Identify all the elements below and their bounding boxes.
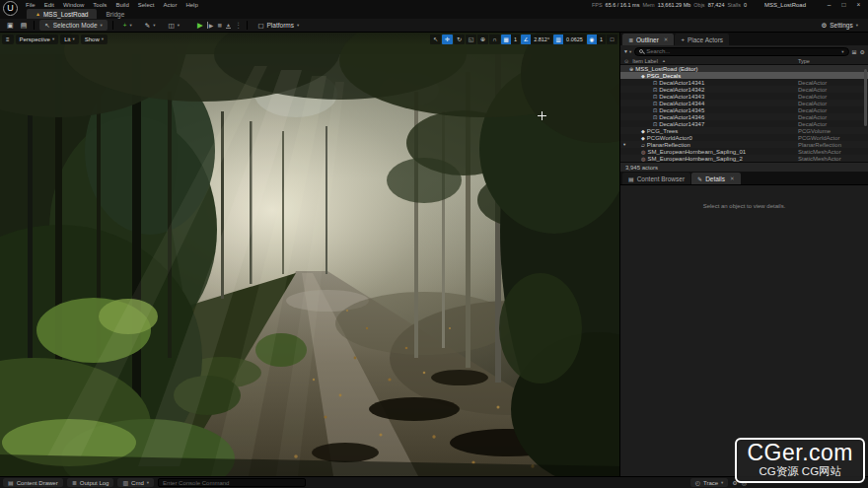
details-icon: ✎ bbox=[697, 175, 702, 182]
tab-content-browser[interactable]: ▤ Content Browser bbox=[622, 173, 690, 184]
column-type[interactable]: Type bbox=[798, 58, 810, 64]
maximize-button[interactable]: □ bbox=[836, 1, 851, 8]
quick-add-dropdown[interactable]: + ▾ bbox=[118, 20, 137, 31]
platforms-dropdown[interactable]: ▢ Platforms ▾ bbox=[253, 20, 304, 31]
stop-button[interactable]: ■ bbox=[217, 21, 222, 30]
close-icon[interactable]: ✕ bbox=[664, 36, 669, 42]
mem-label: Mem bbox=[642, 2, 654, 8]
selection-mode-dropdown[interactable]: ↖ Selection Mode ▾ bbox=[39, 20, 108, 31]
package-button[interactable]: ▤ bbox=[19, 22, 30, 30]
outliner-row-selected[interactable]: ◆ PSG_Decals bbox=[620, 72, 868, 79]
cmd-label: Cmd bbox=[131, 480, 144, 486]
rotation-snap-control[interactable]: ∠ 2.812° bbox=[521, 35, 552, 44]
outliner-row[interactable]: ⊡ DecalActor14343 DecalActor bbox=[620, 93, 868, 100]
outliner-searchbox[interactable]: ▾ bbox=[634, 47, 848, 56]
outliner-row[interactable]: ⊡ DecalActor14342 DecalActor bbox=[620, 86, 868, 93]
row-label: MSS_LostRoad (Editor) bbox=[635, 66, 697, 72]
outliner-row[interactable]: ⊡ DecalActor14341 DecalActor bbox=[620, 79, 868, 86]
row-type: DecalActor bbox=[798, 114, 827, 120]
objs-label: Objs bbox=[693, 2, 704, 8]
chevron-down-icon: ▾ bbox=[147, 480, 149, 485]
perspective-dropdown[interactable]: Perspective ▾ bbox=[16, 35, 59, 44]
outliner-row[interactable]: ⊕ MSS_LostRoad (Editor) bbox=[620, 65, 868, 72]
cinematics-dropdown[interactable]: ◫ ▾ bbox=[164, 20, 184, 31]
output-log-button[interactable]: ≣ Output Log bbox=[67, 478, 114, 487]
cmd-icon: ▥ bbox=[122, 479, 128, 486]
scale-tool-button[interactable]: ◱ bbox=[466, 35, 476, 44]
eject-button[interactable]: ▲ bbox=[226, 23, 231, 29]
reflection-icon: ▱ bbox=[641, 142, 645, 148]
menu-edit[interactable]: Edit bbox=[44, 2, 54, 8]
row-type: PCGVolume bbox=[798, 128, 831, 134]
tab-outliner[interactable]: ≣ Outliner ✕ bbox=[622, 34, 674, 45]
outliner-settings-button[interactable]: ⚙ bbox=[860, 48, 865, 55]
rotation-snap-icon: ∠ bbox=[521, 35, 531, 44]
surface-snap-toggle[interactable]: ∩ bbox=[489, 35, 500, 44]
show-dropdown[interactable]: Show ▾ bbox=[81, 35, 108, 44]
close-button[interactable]: × bbox=[851, 1, 866, 8]
fps-label: FPS bbox=[592, 2, 603, 8]
outliner-row[interactable]: ◆ PCGWorldActor0 PCGWorldActor bbox=[620, 134, 868, 141]
menu-window[interactable]: Window bbox=[63, 2, 84, 8]
cmd-dropdown[interactable]: ▥ Cmd ▾ bbox=[117, 478, 154, 487]
grid-snap-control[interactable]: ▦ 1 bbox=[501, 35, 520, 44]
tab-bridge[interactable]: Bridge bbox=[97, 9, 133, 19]
console-command-input[interactable] bbox=[158, 478, 306, 487]
play-options-kebab[interactable]: ⋮ bbox=[235, 21, 243, 30]
menu-actor[interactable]: Actor bbox=[163, 2, 177, 8]
menu-file[interactable]: File bbox=[26, 2, 36, 8]
save-button[interactable]: ▣ bbox=[5, 22, 16, 30]
outliner-row[interactable]: ◆ PCG_Trees PCGVolume bbox=[620, 127, 868, 134]
select-tool-button[interactable]: ↖ bbox=[430, 35, 441, 44]
tab-details[interactable]: ✎ Details ✕ bbox=[691, 173, 741, 184]
menu-select[interactable]: Select bbox=[138, 2, 155, 8]
search-input[interactable] bbox=[646, 48, 838, 54]
outliner-row[interactable]: ◎ SM_EuropeanHornbeam_Sapling_01 StaticM… bbox=[620, 148, 868, 155]
decal-icon: ⊡ bbox=[653, 101, 657, 106]
menu-build[interactable]: Build bbox=[115, 2, 128, 8]
world-space-toggle[interactable]: ⊕ bbox=[477, 35, 488, 44]
menu-help[interactable]: Help bbox=[185, 2, 197, 8]
tab-place-actors[interactable]: + Place Actors bbox=[675, 34, 729, 45]
chevron-down-icon: ▾ bbox=[721, 480, 723, 485]
view-mode-dropdown[interactable]: Lit ▾ bbox=[60, 35, 79, 44]
outliner-scrollbar[interactable] bbox=[864, 69, 867, 126]
decal-icon: ⊡ bbox=[653, 87, 657, 93]
tab-place-actors-label: Place Actors bbox=[687, 36, 723, 43]
eye-icon[interactable]: ⊙ bbox=[624, 58, 628, 64]
close-icon[interactable]: ✕ bbox=[730, 175, 735, 181]
static-mesh-icon: ◎ bbox=[641, 156, 645, 162]
menu-tools[interactable]: Tools bbox=[93, 2, 107, 8]
maximize-viewport-button[interactable]: □ bbox=[607, 35, 617, 44]
static-mesh-icon: ◎ bbox=[641, 149, 645, 155]
rotate-tool-button[interactable]: ↻ bbox=[454, 35, 465, 44]
outliner-row[interactable]: ⊡ DecalActor14344 DecalActor bbox=[620, 100, 868, 106]
tab-level[interactable]: ▲ MSS_LostRoad bbox=[27, 9, 97, 19]
frame-skip-button[interactable]: ▶ bbox=[207, 22, 214, 29]
outliner-row[interactable]: ⊡ DecalActor14347 DecalActor bbox=[620, 120, 868, 127]
viewport-options-menu[interactable]: ≡ bbox=[2, 35, 14, 44]
camera-speed-control[interactable]: ◉ 1 bbox=[587, 35, 606, 44]
outliner-row[interactable]: ⊡ DecalActor14345 DecalActor bbox=[620, 106, 868, 113]
scale-snap-control[interactable]: ▥ 0.0625 bbox=[553, 35, 586, 44]
details-tab-bar: ▤ Content Browser ✎ Details ✕ bbox=[620, 172, 868, 184]
expander-chevron-icon[interactable]: ▾ bbox=[623, 142, 625, 147]
blueprints-dropdown[interactable]: ✎ ▾ bbox=[140, 20, 161, 31]
outliner-row[interactable]: ⊡ DecalActor14346 DecalActor bbox=[620, 113, 868, 120]
chevron-down-icon: ▾ bbox=[629, 49, 631, 54]
level-viewport[interactable]: ≡ Perspective ▾ Lit ▾ Show ▾ ↖ ✛ ↻ ◱ ⊕ ∩ bbox=[0, 33, 619, 476]
outliner-row[interactable]: ▾ ▱ PlanarReflection PlanarReflection bbox=[620, 141, 868, 148]
settings-dropdown[interactable]: ⚙ Settings ▾ bbox=[816, 20, 863, 31]
filter-button[interactable]: ▼ ▾ bbox=[623, 48, 631, 54]
menu-bar: File Edit Window Tools Build Select Acto… bbox=[26, 2, 198, 8]
move-tool-button[interactable]: ✛ bbox=[442, 35, 453, 44]
play-button[interactable]: ▶ bbox=[197, 21, 203, 30]
grid-snap-icon: ▦ bbox=[501, 35, 511, 44]
minimize-button[interactable]: – bbox=[822, 1, 836, 8]
trace-dropdown[interactable]: ◴ Trace ▾ bbox=[690, 478, 729, 487]
column-item-label[interactable]: Item Label bbox=[632, 58, 658, 64]
new-folder-button[interactable]: ⊞ bbox=[852, 48, 857, 55]
content-drawer-button[interactable]: ▤ Content Drawer bbox=[3, 478, 63, 487]
outliner-row[interactable]: ◎ SM_EuropeanHornbeam_Sapling_2 StaticMe… bbox=[620, 155, 868, 162]
performance-stats: FPS 65.6 / 16.1 ms Mem 13,661.29 Mb Objs… bbox=[592, 2, 747, 8]
